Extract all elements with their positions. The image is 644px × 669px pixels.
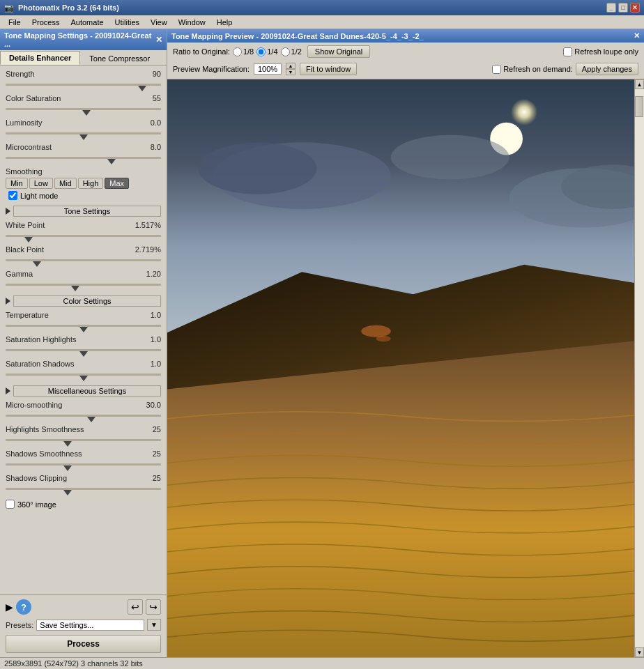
image-360-checkbox[interactable] <box>6 500 15 509</box>
process-button[interactable]: Process <box>6 635 161 653</box>
smooth-low-button[interactable]: Low <box>29 178 53 189</box>
menu-automate[interactable]: Automate <box>65 17 109 28</box>
misc-settings-toggle[interactable] <box>6 387 10 394</box>
bottom-panel: ▶ ? ↩ ↪ Presets: ▼ Process <box>0 594 167 657</box>
undo-button[interactable]: ↩ <box>128 599 143 615</box>
tone-settings-toggle[interactable] <box>6 208 10 215</box>
micro-smoothing-setting: Micro-smoothing 30.0 <box>6 401 161 421</box>
ratio-1-8-radio[interactable] <box>233 47 242 56</box>
refresh-on-demand-checkbox[interactable] <box>492 65 501 74</box>
title-bar: 📷 Photomatix Pro 3.2 (64 bits) _ □ ✕ <box>0 0 644 15</box>
settings-scroll-area[interactable]: Strength 90 Color Saturation 55 <box>0 66 167 594</box>
smoothing-label: Smoothing <box>6 167 161 176</box>
color-settings-toggle[interactable] <box>6 298 10 305</box>
scrollbar-track[interactable] <box>635 89 644 647</box>
temperature-slider[interactable] <box>6 320 161 331</box>
tone-mapping-settings-title: Tone Mapping Settings - 20091024-Great .… <box>4 31 155 48</box>
smooth-mid-button[interactable]: Mid <box>54 178 77 189</box>
scrollbar-thumb[interactable] <box>635 96 643 117</box>
maximize-button[interactable]: □ <box>618 3 628 13</box>
scrollbar-down-button[interactable]: ▼ <box>635 647 644 657</box>
presets-input[interactable] <box>36 620 144 631</box>
ratio-1-4-text: 1/4 <box>267 47 277 56</box>
refresh-on-demand-label[interactable]: Refresh on demand: <box>492 65 573 74</box>
preview-title-bar: Tone Mapping Preview - 20091024-Great Sa… <box>167 29 644 43</box>
tone-settings-title-button[interactable]: Tone Settings <box>13 206 161 217</box>
play-icon[interactable]: ▶ <box>6 601 13 613</box>
refresh-loupe-checkbox[interactable] <box>563 47 572 56</box>
menu-help[interactable]: Help <box>211 17 238 28</box>
close-button[interactable]: ✕ <box>630 3 640 13</box>
color-saturation-slider[interactable] <box>6 103 161 114</box>
left-panel-close-button[interactable]: ✕ <box>155 35 162 45</box>
ratio-1-8-text: 1/8 <box>243 47 254 56</box>
preview-close-button[interactable]: ✕ <box>634 31 640 40</box>
color-saturation-value: 55 <box>133 94 161 102</box>
ratio-1-4-label[interactable]: 1/4 <box>256 47 277 56</box>
menu-window[interactable]: Window <box>173 17 211 28</box>
saturation-shadows-label: Saturation Shadows <box>6 360 74 368</box>
refresh-loupe-label[interactable]: Refresh loupe only <box>563 47 638 56</box>
shadows-smoothness-value: 25 <box>133 449 161 458</box>
luminosity-slider[interactable] <box>6 128 161 139</box>
tab-details-enhancer[interactable]: Details Enhancer <box>0 51 80 65</box>
misc-settings-title-button[interactable]: Miscellaneous Settings <box>13 385 161 397</box>
menu-file[interactable]: File <box>3 17 26 28</box>
presets-dropdown-arrow[interactable]: ▼ <box>147 619 161 631</box>
light-mode-checkbox[interactable] <box>8 191 17 200</box>
ratio-1-4-radio[interactable] <box>256 47 266 56</box>
ratio-1-2-radio[interactable] <box>281 47 290 56</box>
menu-bar: File Process Automate Utilities View Win… <box>0 15 644 29</box>
black-point-label: Black Point <box>6 245 44 254</box>
preview-title-text: Tone Mapping Preview - 20091024-Great Sa… <box>171 32 424 40</box>
white-point-slider[interactable] <box>6 230 161 241</box>
white-point-setting: White Point 1.517% <box>6 221 161 241</box>
menu-utilities[interactable]: Utilities <box>109 17 145 28</box>
minimize-button[interactable]: _ <box>606 3 616 13</box>
microcontrast-slider[interactable] <box>6 152 161 163</box>
highlights-smoothness-setting: Highlights Smoothness 25 <box>6 425 161 445</box>
bottom-buttons-row: ▶ ? ↩ ↪ <box>6 599 161 615</box>
gamma-slider[interactable] <box>6 279 161 290</box>
saturation-highlights-slider[interactable] <box>6 344 161 355</box>
vertical-scrollbar[interactable]: ▲ ▼ <box>634 79 644 657</box>
redo-button[interactable]: ↪ <box>146 599 161 615</box>
color-settings-title-button[interactable]: Color Settings <box>13 295 161 307</box>
window-controls: _ □ ✕ <box>606 3 640 13</box>
presets-row: Presets: ▼ <box>6 619 161 631</box>
smooth-high-button[interactable]: High <box>78 178 104 189</box>
ratio-1-2-label[interactable]: 1/2 <box>281 47 302 56</box>
microcontrast-label: Microcontrast <box>6 143 52 151</box>
shadows-clipping-slider[interactable] <box>6 483 161 494</box>
apply-changes-button[interactable]: Apply changes <box>576 63 638 75</box>
smooth-min-button[interactable]: Min <box>6 178 28 189</box>
help-button[interactable]: ? <box>16 599 31 615</box>
tab-tone-compressor[interactable]: Tone Compressor <box>80 52 159 65</box>
right-panel: Tone Mapping Preview - 20091024-Great Sa… <box>167 29 644 657</box>
white-point-value: 1.517% <box>133 221 161 229</box>
show-original-button[interactable]: Show Original <box>307 45 370 58</box>
svg-marker-9 <box>167 339 644 657</box>
micro-smoothing-slider[interactable] <box>6 410 161 421</box>
black-point-slider[interactable] <box>6 254 161 266</box>
main-content: Tone Mapping Settings - 20091024-Great .… <box>0 29 644 657</box>
ratio-1-8-label[interactable]: 1/8 <box>233 47 254 56</box>
magnification-increment-button[interactable]: ▲ <box>286 63 296 69</box>
temperature-setting: Temperature 1.0 <box>6 311 161 331</box>
highlights-smoothness-slider[interactable] <box>6 434 161 445</box>
menu-process[interactable]: Process <box>26 17 66 28</box>
menu-view[interactable]: View <box>145 17 173 28</box>
smooth-max-button[interactable]: Max <box>105 178 129 189</box>
shadows-smoothness-slider[interactable] <box>6 459 161 470</box>
fit-to-window-button[interactable]: Fit to window <box>300 63 357 75</box>
strength-slider[interactable] <box>6 79 161 90</box>
saturation-shadows-slider[interactable] <box>6 369 161 380</box>
magnification-decrement-button[interactable]: ▼ <box>286 69 296 75</box>
magnification-input[interactable] <box>254 63 282 75</box>
shadows-clipping-value: 25 <box>133 474 161 482</box>
scrollbar-up-button[interactable]: ▲ <box>635 79 644 89</box>
shadows-smoothness-label: Shadows Smoothness <box>6 449 82 458</box>
saturation-shadows-value: 1.0 <box>133 360 161 368</box>
smoothing-section: Smoothing Min Low Mid High Max Light mod… <box>6 167 161 200</box>
light-mode-row: Light mode <box>8 191 161 200</box>
